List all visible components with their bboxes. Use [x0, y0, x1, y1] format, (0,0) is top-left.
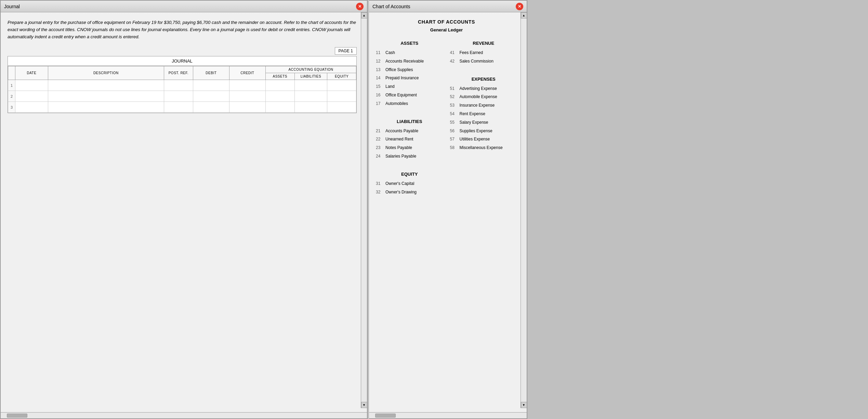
coa-close-button[interactable]: ✕ — [516, 3, 523, 10]
coa-horizontal-scrollbar[interactable] — [369, 412, 527, 418]
journal-table-wrapper: JOURNAL DATE DESCRIPTION POST. REF. DEBI… — [8, 56, 357, 113]
coa-columns: ASSETS 11 Cash 12 Accounts Receivable 13… — [376, 39, 517, 198]
account-num-58: 58 — [450, 145, 460, 151]
list-item: 56 Supplies Expense — [450, 128, 517, 134]
coa-sub-title: General Ledger — [376, 27, 517, 32]
account-num-51: 51 — [450, 86, 460, 92]
col-num-header — [8, 66, 15, 80]
account-name-prepaid-insurance: Prepaid Insurance — [385, 75, 419, 81]
journal-table: DATE DESCRIPTION POST. REF. DEBIT CREDIT… — [8, 66, 356, 113]
coa-h-scroll-thumb[interactable] — [375, 414, 396, 418]
account-name-ap: Accounts Payable — [385, 128, 418, 134]
row2-date[interactable] — [15, 91, 48, 102]
coa-scroll-track[interactable] — [521, 18, 527, 402]
row3-date[interactable] — [15, 102, 48, 113]
account-num-55: 55 — [450, 120, 460, 125]
account-name-unearned-rent: Unearned Rent — [385, 136, 413, 142]
row1-debit[interactable] — [193, 80, 229, 91]
account-name-utilities-expense: Utilities Expense — [460, 136, 490, 142]
col-description-header: DESCRIPTION — [48, 66, 164, 80]
table-row: 2 — [8, 91, 356, 102]
journal-title: Journal — [4, 4, 20, 9]
row3-debit[interactable] — [193, 102, 229, 113]
row3-liabilities[interactable] — [294, 102, 327, 113]
row2-credit[interactable] — [229, 91, 265, 102]
row2-debit[interactable] — [193, 91, 229, 102]
journal-close-button[interactable]: ✕ — [356, 3, 364, 10]
account-num-12: 12 — [376, 58, 385, 64]
account-name-advertising-expense: Advertising Expense — [460, 86, 497, 92]
list-item: 52 Automobile Expense — [450, 94, 517, 100]
account-name-supplies-expense: Supplies Expense — [460, 128, 492, 134]
coa-scroll-up-arrow[interactable]: ▲ — [521, 12, 527, 18]
coa-titlebar: Chart of Accounts ✕ — [369, 1, 527, 12]
list-item: 15 Land — [376, 84, 443, 90]
account-num-16: 16 — [376, 92, 385, 98]
coa-main-title: CHART OF ACCOUNTS — [376, 19, 517, 25]
row1-assets[interactable] — [265, 80, 294, 91]
col-equity-header: EQUITY — [327, 73, 356, 80]
list-item: 57 Utilities Expense — [450, 136, 517, 142]
coa-panel: Chart of Accounts ✕ ▲ ▼ CHART OF ACCOUNT… — [369, 0, 527, 419]
liabilities-section-title: LIABILITIES — [376, 119, 443, 124]
row3-assets[interactable] — [265, 102, 294, 113]
account-name-salary-expense: Salary Expense — [460, 120, 488, 125]
journal-titlebar: Journal ✕ — [1, 1, 367, 12]
coa-right-column: REVENUE 41 Fees Earned 42 Sales Commissi… — [450, 39, 517, 198]
row1-description[interactable] — [48, 80, 164, 91]
row3-credit[interactable] — [229, 102, 265, 113]
list-item: 16 Office Equipment — [376, 92, 443, 98]
account-name-automobile-expense: Automobile Expense — [460, 94, 497, 100]
account-num-14: 14 — [376, 75, 385, 81]
row2-description[interactable] — [48, 91, 164, 102]
coa-content: CHART OF ACCOUNTS General Ledger ASSETS … — [369, 12, 527, 412]
list-item: 22 Unearned Rent — [376, 136, 443, 142]
list-item: 13 Office Supplies — [376, 67, 443, 73]
coa-scroll-down-arrow[interactable]: ▼ — [521, 402, 527, 408]
journal-horizontal-scrollbar[interactable] — [1, 412, 367, 418]
h-scroll-thumb[interactable] — [7, 414, 27, 418]
account-num-24: 24 — [376, 153, 385, 159]
account-num-53: 53 — [450, 103, 460, 108]
row3-equity[interactable] — [327, 102, 356, 113]
row2-postref[interactable] — [164, 91, 193, 102]
row1-credit[interactable] — [229, 80, 265, 91]
list-item: 51 Advertising Expense — [450, 86, 517, 92]
col-assets-header: ASSETS — [265, 73, 294, 80]
row1-liabilities[interactable] — [294, 80, 327, 91]
page-label: PAGE 1 — [335, 47, 357, 55]
row-num-1: 1 — [8, 80, 15, 91]
revenue-section-title: REVENUE — [450, 41, 517, 46]
account-num-22: 22 — [376, 136, 385, 142]
row1-postref[interactable] — [164, 80, 193, 91]
account-num-42: 42 — [450, 58, 460, 64]
row3-description[interactable] — [48, 102, 164, 113]
account-name-owners-capital: Owner's Capital — [385, 181, 414, 187]
account-name-office-equipment: Office Equipment — [385, 92, 417, 98]
row2-equity[interactable] — [327, 91, 356, 102]
journal-table-title: JOURNAL — [8, 56, 356, 66]
account-name-sales-commission: Sales Commission — [460, 58, 494, 64]
row3-postref[interactable] — [164, 102, 193, 113]
list-item: 11 Cash — [376, 50, 443, 56]
account-num-31: 31 — [376, 181, 385, 187]
account-num-52: 52 — [450, 94, 460, 100]
account-name-office-supplies: Office Supplies — [385, 67, 413, 73]
account-name-owners-drawing: Owner's Drawing — [385, 189, 417, 195]
account-name-land: Land — [385, 84, 395, 90]
coa-scrollbar[interactable]: ▲ ▼ — [521, 12, 527, 408]
account-name-insurance-expense: Insurance Expense — [460, 103, 495, 108]
account-name-cash: Cash — [385, 50, 395, 56]
expenses-section-title: EXPENSES — [450, 77, 517, 82]
row1-equity[interactable] — [327, 80, 356, 91]
account-name-fees-earned: Fees Earned — [460, 50, 483, 56]
account-num-11: 11 — [376, 50, 385, 56]
row-num-2: 2 — [8, 91, 15, 102]
account-name-notes-payable: Notes Payable — [385, 145, 412, 151]
account-num-54: 54 — [450, 111, 460, 117]
list-item: 23 Notes Payable — [376, 145, 443, 151]
row1-date[interactable] — [15, 80, 48, 91]
row2-assets[interactable] — [265, 91, 294, 102]
row2-liabilities[interactable] — [294, 91, 327, 102]
list-item: 31 Owner's Capital — [376, 181, 443, 187]
